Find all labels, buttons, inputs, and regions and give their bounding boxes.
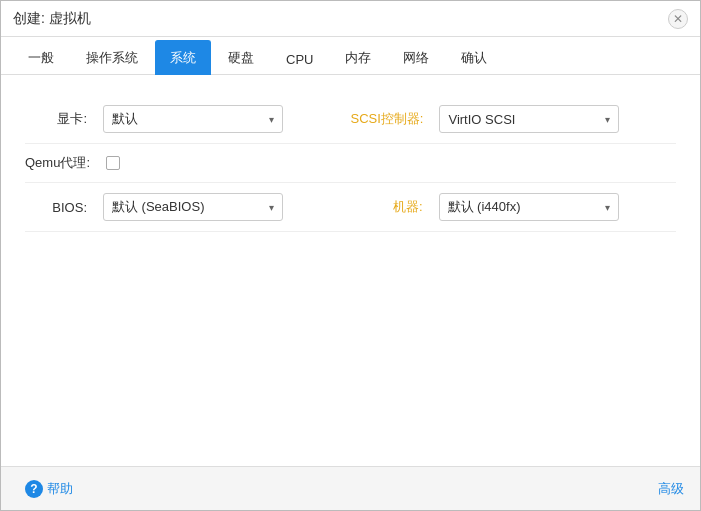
scsi-arrow-icon: ▾ <box>605 114 610 125</box>
tab-memory[interactable]: 内存 <box>330 40 386 75</box>
footer-right: 高级 <box>658 480 684 498</box>
qemu-section: Qemu代理: <box>25 154 351 172</box>
tab-bar: 一般 操作系统 系统 硬盘 CPU 内存 网络 确认 <box>1 37 700 75</box>
form-content: 显卡: 默认 ▾ SCSI控制器: VirtIO SCSI ▾ Qemu代理: <box>1 75 700 466</box>
qemu-label: Qemu代理: <box>25 154 98 172</box>
bios-select[interactable]: 默认 (SeaBIOS) ▾ <box>103 193 283 221</box>
display-section: 显卡: 默认 ▾ <box>25 105 351 133</box>
display-card-label: 显卡: <box>25 110 95 128</box>
machine-section: 机器: 默认 (i440fx) ▾ <box>351 193 677 221</box>
dialog-title: 创建: 虚拟机 <box>13 10 91 28</box>
close-icon: ✕ <box>673 12 683 26</box>
machine-label: 机器: <box>351 198 431 216</box>
footer: ? 帮助 高级 <box>1 466 700 510</box>
help-button[interactable]: ? 帮助 <box>17 476 81 502</box>
bios-label: BIOS: <box>25 200 95 215</box>
tab-general[interactable]: 一般 <box>13 40 69 75</box>
tab-cpu[interactable]: CPU <box>271 43 328 75</box>
advanced-link[interactable]: 高级 <box>658 480 684 498</box>
form-row-display: 显卡: 默认 ▾ SCSI控制器: VirtIO SCSI ▾ <box>25 95 676 144</box>
tab-confirm[interactable]: 确认 <box>446 40 502 75</box>
display-card-arrow-icon: ▾ <box>269 114 274 125</box>
display-card-select[interactable]: 默认 ▾ <box>103 105 283 133</box>
tab-network[interactable]: 网络 <box>388 40 444 75</box>
tab-os[interactable]: 操作系统 <box>71 40 153 75</box>
tab-disk[interactable]: 硬盘 <box>213 40 269 75</box>
form-row-bios: BIOS: 默认 (SeaBIOS) ▾ 机器: 默认 (i440fx) ▾ <box>25 183 676 232</box>
qemu-checkbox[interactable] <box>106 156 120 170</box>
machine-select[interactable]: 默认 (i440fx) ▾ <box>439 193 619 221</box>
help-label: 帮助 <box>47 480 73 498</box>
scsi-select[interactable]: VirtIO SCSI ▾ <box>439 105 619 133</box>
scsi-section: SCSI控制器: VirtIO SCSI ▾ <box>351 105 677 133</box>
bios-arrow-icon: ▾ <box>269 202 274 213</box>
tab-system[interactable]: 系统 <box>155 40 211 75</box>
dialog: 创建: 虚拟机 ✕ 一般 操作系统 系统 硬盘 CPU 内存 网络 确认 <box>0 0 701 511</box>
machine-arrow-icon: ▾ <box>605 202 610 213</box>
title-bar: 创建: 虚拟机 ✕ <box>1 1 700 37</box>
help-icon: ? <box>25 480 43 498</box>
qemu-checkbox-wrap <box>106 156 120 170</box>
empty-space <box>25 232 676 446</box>
form-row-qemu: Qemu代理: <box>25 144 676 183</box>
close-button[interactable]: ✕ <box>668 9 688 29</box>
bios-section: BIOS: 默认 (SeaBIOS) ▾ <box>25 193 351 221</box>
scsi-label: SCSI控制器: <box>351 110 432 128</box>
